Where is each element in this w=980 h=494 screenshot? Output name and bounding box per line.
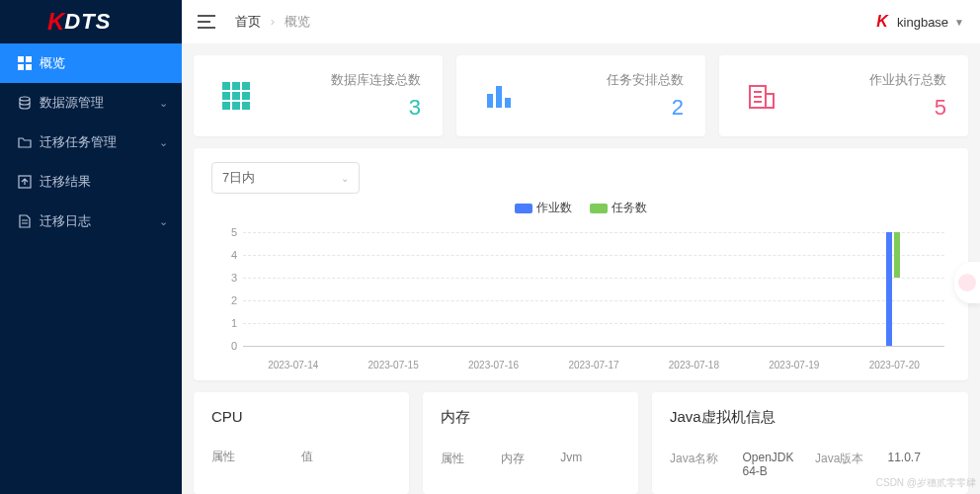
- svg-rect-9: [222, 92, 230, 100]
- col-header: 属性: [211, 449, 301, 465]
- folder-icon: [16, 136, 34, 148]
- stat-label: 数据库连接总数: [331, 71, 421, 89]
- dashboard-icon: [16, 56, 34, 70]
- sidebar-item-label: 数据源管理: [40, 94, 104, 112]
- svg-rect-6: [222, 82, 230, 90]
- stat-card-connections: 数据库连接总数 3: [194, 55, 443, 136]
- chevron-down-icon: ⌄: [159, 136, 168, 149]
- y-tick-label: 2: [225, 294, 237, 306]
- sidebar-item-results[interactable]: 迁移结果: [0, 162, 182, 202]
- cpu-card: CPU 属性 值: [194, 392, 409, 494]
- svg-rect-3: [26, 64, 32, 70]
- svg-rect-0: [18, 56, 24, 62]
- menu-toggle-icon[interactable]: [198, 15, 215, 29]
- username: kingbase: [897, 15, 948, 30]
- svg-rect-13: [232, 102, 240, 110]
- stat-value: 2: [607, 95, 684, 121]
- x-tick-label: 2023-07-18: [669, 360, 719, 370]
- sidebar: K DTS 概览 数据源管理 ⌄ 迁移任务管理: [0, 0, 182, 494]
- chevron-down-icon: ⌄: [341, 173, 349, 184]
- chevron-down-icon: ⌄: [159, 97, 168, 110]
- main: 首页 › 概览 K kingbase ▼ 数据库连接总数 3: [182, 0, 980, 494]
- database-icon: [16, 96, 34, 110]
- building-icon: [741, 75, 782, 117]
- bar: [886, 232, 892, 346]
- breadcrumb-current: 概览: [285, 14, 310, 29]
- y-tick-label: 0: [225, 340, 237, 352]
- svg-rect-17: [505, 98, 511, 108]
- grid-line: [243, 346, 944, 347]
- breadcrumb-sep: ›: [271, 14, 275, 29]
- svg-point-4: [20, 97, 30, 101]
- stat-row: 数据库连接总数 3 任务安排总数 2: [194, 55, 968, 136]
- jvm-prop-value: OpenJDK 64-B: [743, 451, 806, 478]
- sidebar-item-datasource[interactable]: 数据源管理 ⌄: [0, 83, 182, 123]
- logo: K DTS: [0, 0, 182, 43]
- x-labels: 2023-07-142023-07-152023-07-162023-07-17…: [243, 360, 944, 370]
- y-tick-label: 5: [225, 226, 237, 238]
- svg-rect-11: [242, 92, 250, 100]
- sidebar-item-label: 迁移日志: [40, 212, 91, 230]
- svg-rect-15: [487, 94, 493, 108]
- svg-rect-2: [18, 64, 24, 70]
- upload-icon: [16, 175, 34, 189]
- breadcrumb: 首页 › 概览: [235, 13, 310, 31]
- y-tick-label: 3: [225, 272, 237, 284]
- brand-k-icon: K: [873, 13, 891, 31]
- chart-area: 0123452023-07-142023-07-152023-07-162023…: [225, 222, 944, 370]
- chart-legend: 作业数 任务数: [211, 200, 950, 216]
- jvm-prop-value: 11.0.7: [888, 451, 951, 464]
- x-tick-label: 2023-07-14: [268, 360, 318, 370]
- stat-value: 5: [869, 95, 946, 121]
- legend-item-tasks[interactable]: 任务数: [590, 200, 647, 216]
- card-title: CPU: [211, 408, 391, 425]
- svg-rect-8: [242, 82, 250, 90]
- logo-text: DTS: [64, 9, 111, 35]
- grid-line: [243, 278, 944, 279]
- svg-rect-14: [242, 102, 250, 110]
- sidebar-item-overview[interactable]: 概览: [0, 43, 182, 83]
- grid-line: [243, 300, 944, 301]
- card-title: Java虚拟机信息: [670, 408, 950, 427]
- jvm-prop-label: Java名称: [670, 451, 733, 467]
- side-fab[interactable]: [954, 262, 980, 303]
- col-header: Jvm: [560, 451, 620, 467]
- svg-rect-1: [26, 56, 32, 62]
- grid-icon: [215, 75, 257, 117]
- legend-item-jobs[interactable]: 作业数: [515, 200, 572, 216]
- col-header: 属性: [441, 451, 501, 467]
- select-value: 7日内: [222, 169, 255, 187]
- svg-rect-10: [232, 92, 240, 100]
- chart-card: 7日内 ⌄ 作业数 任务数 0123452023-07-142023-07-15…: [194, 148, 968, 380]
- bottom-row: CPU 属性 值 内存 属性 内存 Jvm Java虚拟机信息: [194, 392, 968, 494]
- breadcrumb-home[interactable]: 首页: [235, 14, 261, 29]
- sidebar-item-logs[interactable]: 迁移日志 ⌄: [0, 202, 182, 241]
- y-tick-label: 4: [225, 249, 237, 261]
- grid-line: [243, 255, 944, 256]
- fab-icon: [958, 274, 976, 291]
- bar-group: [886, 232, 900, 346]
- sidebar-item-tasks[interactable]: 迁移任务管理 ⌄: [0, 123, 182, 162]
- time-range-select[interactable]: 7日内 ⌄: [211, 162, 360, 194]
- memory-card: 内存 属性 内存 Jvm: [423, 392, 638, 494]
- card-title: 内存: [441, 408, 620, 427]
- user-menu[interactable]: K kingbase ▼: [873, 13, 964, 31]
- jvm-card: Java虚拟机信息 Java名称 OpenJDK 64-B Java版本 11.…: [652, 392, 968, 494]
- col-header: 内存: [501, 451, 561, 467]
- svg-rect-12: [222, 102, 230, 110]
- topbar: 首页 › 概览 K kingbase ▼: [182, 0, 980, 43]
- x-tick-label: 2023-07-16: [468, 360, 519, 370]
- grid-line: [243, 232, 944, 233]
- caret-down-icon: ▼: [954, 17, 964, 28]
- x-tick-label: 2023-07-20: [869, 360, 920, 370]
- sidebar-item-label: 迁移任务管理: [40, 133, 117, 151]
- nav: 概览 数据源管理 ⌄ 迁移任务管理 ⌄ 迁移结果: [0, 43, 182, 494]
- sidebar-item-label: 迁移结果: [40, 173, 91, 191]
- sidebar-item-label: 概览: [40, 54, 65, 72]
- x-tick-label: 2023-07-17: [568, 360, 618, 370]
- x-tick-label: 2023-07-15: [368, 360, 419, 370]
- stat-label: 任务安排总数: [607, 71, 684, 89]
- svg-rect-7: [232, 82, 240, 90]
- content: 数据库连接总数 3 任务安排总数 2: [182, 43, 980, 494]
- svg-rect-16: [496, 86, 502, 108]
